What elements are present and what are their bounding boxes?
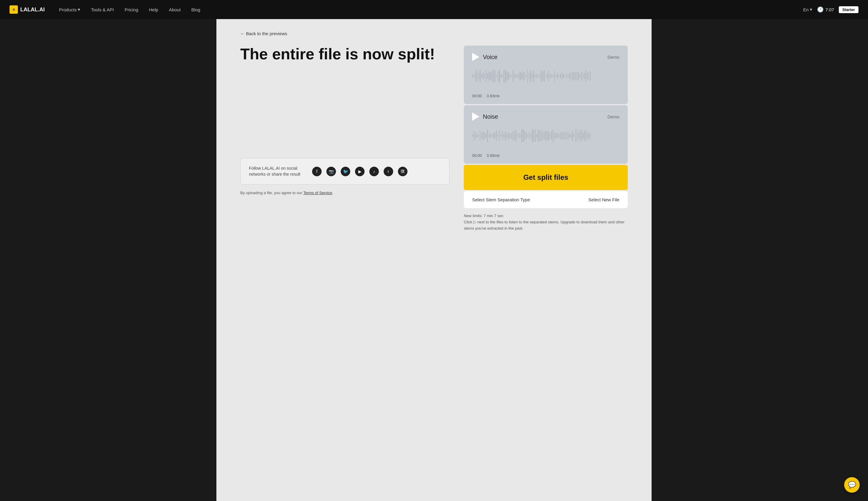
noise-label: Noise bbox=[483, 113, 498, 120]
logo[interactable]: ≡ LALAL.AI bbox=[10, 6, 45, 14]
instagram-icon[interactable]: 📷 bbox=[326, 167, 336, 176]
info-text: Click ▷ next to the files to listen to t… bbox=[464, 219, 628, 232]
voice-card: Voice Demo 00:00 3.93mb bbox=[464, 46, 628, 104]
plan-badge: Starter bbox=[839, 6, 858, 13]
reddit-icon[interactable]: r bbox=[384, 167, 393, 176]
voice-footer: 00:00 3.93mb bbox=[472, 94, 500, 98]
facebook-icon[interactable]: f bbox=[312, 167, 322, 176]
back-link[interactable]: ← Back to the previews bbox=[240, 31, 628, 36]
nav-help[interactable]: Help bbox=[144, 5, 163, 14]
nav-tools[interactable]: Tools & API bbox=[86, 5, 119, 14]
navigation: ≡ LALAL.AI Products ▾ Tools & API Pricin… bbox=[0, 0, 868, 19]
terms-text: By uploading a file, you agree to our Te… bbox=[240, 191, 449, 195]
voice-waveform bbox=[472, 67, 619, 85]
left-panel: The entire file is now split! Follow LAL… bbox=[240, 46, 449, 195]
noise-size: 3.93mb bbox=[487, 153, 500, 158]
chevron-down-icon: ▾ bbox=[78, 7, 80, 12]
logo-icon: ≡ bbox=[10, 6, 18, 14]
voice-demo-label: Demo bbox=[607, 55, 619, 60]
select-stem-link[interactable]: Select Stem Separation Type bbox=[472, 197, 530, 202]
noise-demo-label: Demo bbox=[607, 114, 619, 119]
bottom-info: New limits: 7 min 7 sec Click ▷ next to … bbox=[464, 208, 628, 232]
twitter-icon[interactable]: 🐦 bbox=[341, 167, 350, 176]
timer-badge: 🕐 7:07 bbox=[817, 6, 834, 13]
nav-blog[interactable]: Blog bbox=[187, 5, 205, 14]
select-new-file-link[interactable]: Select New File bbox=[588, 197, 619, 202]
noise-play-button[interactable]: Noise bbox=[472, 113, 498, 121]
logo-text: LALAL.AI bbox=[20, 7, 45, 13]
social-icons: f 📷 🐦 ▶ ♪ r 微 bbox=[312, 167, 408, 176]
social-text: Follow LALAL.AI on social networks or sh… bbox=[249, 166, 303, 177]
noise-card-header: Noise Demo bbox=[472, 113, 619, 121]
youtube-icon[interactable]: ▶ bbox=[355, 167, 365, 176]
voice-time: 00:00 bbox=[472, 94, 482, 98]
page-title: The entire file is now split! bbox=[240, 46, 449, 63]
nav-about[interactable]: About bbox=[164, 5, 185, 14]
social-box: Follow LALAL.AI on social networks or sh… bbox=[240, 158, 449, 184]
wechat-icon[interactable]: 微 bbox=[398, 167, 408, 176]
noise-time: 00:00 bbox=[472, 153, 482, 158]
nav-links: Products ▾ Tools & API Pricing Help Abou… bbox=[54, 4, 803, 14]
play-icon bbox=[472, 53, 479, 61]
terms-link[interactable]: Terms of Service bbox=[303, 191, 332, 195]
chat-icon: 💬 bbox=[848, 481, 856, 489]
voice-card-header: Voice Demo bbox=[472, 53, 619, 61]
play-icon bbox=[472, 113, 479, 121]
content-area: The entire file is now split! Follow LAL… bbox=[240, 46, 628, 232]
chevron-down-icon: ▾ bbox=[810, 7, 812, 12]
voice-size: 3.93mb bbox=[487, 94, 500, 98]
bottom-bar: Select Stem Separation Type Select New F… bbox=[464, 191, 628, 208]
noise-card: Noise Demo 00:00 3.93mb bbox=[464, 105, 628, 164]
noise-waveform bbox=[472, 127, 619, 145]
new-limits: New limits: 7 min 7 sec bbox=[464, 213, 628, 219]
tiktok-icon[interactable]: ♪ bbox=[369, 167, 379, 176]
language-selector[interactable]: En ▾ bbox=[803, 7, 812, 12]
chat-button[interactable]: 💬 bbox=[844, 477, 860, 493]
main-content: ← Back to the previews The entire file i… bbox=[216, 19, 652, 501]
noise-footer: 00:00 3.93mb bbox=[472, 153, 500, 158]
nav-products[interactable]: Products ▾ bbox=[54, 4, 85, 14]
get-split-files-button[interactable]: Get split files bbox=[464, 165, 628, 190]
nav-pricing[interactable]: Pricing bbox=[120, 5, 143, 14]
nav-right: En ▾ 🕐 7:07 Starter bbox=[803, 6, 858, 13]
timer-icon: 🕐 bbox=[817, 6, 824, 13]
right-panel: Voice Demo 00:00 3.93mb Noise Demo bbox=[464, 46, 628, 232]
voice-play-button[interactable]: Voice bbox=[472, 53, 498, 61]
voice-label: Voice bbox=[483, 54, 498, 61]
